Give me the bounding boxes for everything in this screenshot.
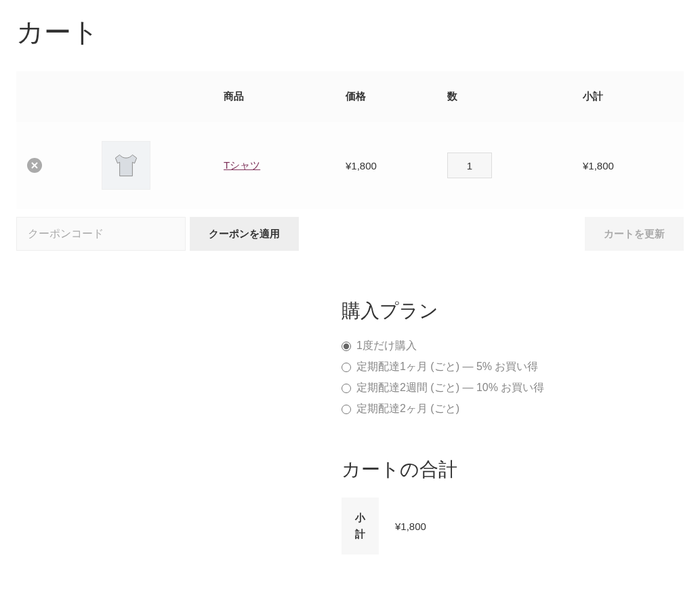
remove-item-button[interactable] — [27, 158, 42, 173]
apply-coupon-button[interactable]: クーポンを適用 — [190, 217, 299, 251]
plan-option[interactable]: 定期配達2週間 (ごと) — 10% お買い得 — [342, 381, 684, 395]
item-price: ¥1,800 — [335, 122, 436, 209]
product-thumbnail[interactable] — [102, 141, 150, 190]
page-title: カート — [16, 14, 684, 51]
totals-value: ¥1,800 — [379, 498, 442, 554]
table-row: Tシャツ ¥1,800 ¥1,800 — [16, 122, 684, 209]
cart-table: 商品 価格 数 小計 Tシャツ ¥1,800 — [16, 71, 684, 251]
tshirt-icon — [109, 148, 143, 182]
purchase-plan-list: 1度だけ購入 定期配達1ヶ月 (ごと) — 5% お買い得 定期配達2週間 (ご… — [342, 339, 684, 416]
plan-option[interactable]: 定期配達2ヶ月 (ごと) — [342, 402, 684, 416]
plan-label: 定期配達2週間 (ごと) — 10% お買い得 — [356, 381, 544, 395]
plan-radio[interactable] — [342, 384, 351, 393]
plan-radio[interactable] — [342, 342, 351, 351]
plan-option[interactable]: 1度だけ購入 — [342, 339, 684, 353]
cart-totals-table: 小計 ¥1,800 — [342, 498, 442, 554]
plan-option[interactable]: 定期配達1ヶ月 (ごと) — 5% お買い得 — [342, 360, 684, 374]
product-link[interactable]: Tシャツ — [224, 159, 260, 171]
item-subtotal: ¥1,800 — [572, 122, 684, 209]
quantity-input[interactable] — [447, 153, 492, 178]
col-subtotal-header: 小計 — [572, 71, 684, 122]
col-qty-header: 数 — [436, 71, 572, 122]
col-product-header: 商品 — [213, 71, 335, 122]
coupon-input[interactable] — [16, 217, 186, 251]
cart-totals-title: カートの合計 — [342, 457, 684, 483]
col-thumb-header — [91, 71, 213, 122]
col-price-header: 価格 — [335, 71, 436, 122]
totals-label: 小計 — [342, 498, 379, 554]
cart-actions-bar: クーポンを適用 カートを更新 — [16, 217, 684, 251]
totals-row: 小計 ¥1,800 — [342, 498, 442, 554]
plan-label: 定期配達1ヶ月 (ごと) — 5% お買い得 — [356, 360, 538, 374]
plan-radio[interactable] — [342, 405, 351, 414]
col-remove-header — [16, 71, 91, 122]
purchase-plan-title: 購入プラン — [342, 298, 684, 324]
plan-label: 1度だけ購入 — [356, 339, 417, 353]
update-cart-button[interactable]: カートを更新 — [585, 217, 684, 251]
plan-label: 定期配達2ヶ月 (ごと) — [356, 402, 459, 416]
close-icon — [31, 162, 38, 169]
plan-radio[interactable] — [342, 363, 351, 372]
